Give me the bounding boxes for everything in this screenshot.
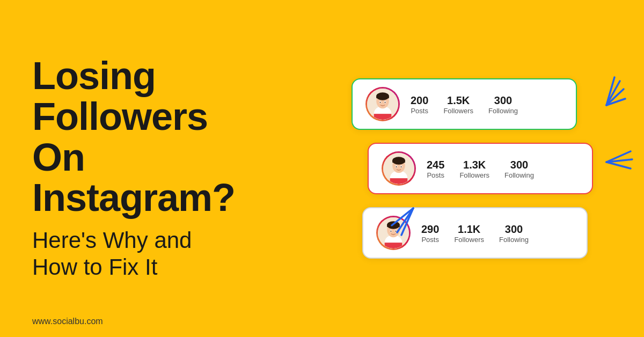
arrow-middle-right-decoration (601, 146, 639, 180)
arrow-top-right-decoration (585, 73, 628, 113)
card-3-stat-followers: 1.1K Followers (454, 223, 484, 244)
arrow-bottom-left-decoration (386, 203, 429, 243)
card-1-stat-followers: 1.5K Followers (443, 94, 473, 115)
subheadline: Here's Why and How to Fix It (32, 227, 268, 281)
avatar-1 (365, 87, 400, 121)
headline-line2: Followers On (32, 95, 208, 179)
svg-rect-19 (392, 160, 405, 163)
svg-point-22 (396, 166, 397, 167)
left-section: Losing Followers On Instagram? Here's Wh… (0, 34, 301, 302)
card-1-stat-posts: 200 Posts (411, 94, 428, 115)
svg-rect-9 (376, 96, 389, 98)
right-section: 200 Posts 1.5K Followers 300 Following (301, 62, 644, 275)
avatar-2 (382, 151, 416, 186)
card-2-stat-followers: 1.3K Followers (459, 158, 489, 179)
svg-rect-6 (374, 114, 392, 120)
svg-line-26 (606, 162, 631, 169)
svg-rect-16 (390, 178, 408, 184)
svg-point-12 (380, 101, 381, 103)
svg-point-13 (385, 101, 386, 103)
svg-rect-29 (385, 243, 402, 248)
headline: Losing Followers On Instagram? (32, 56, 268, 218)
card-3-stats: 290 Posts 1.1K Followers 300 Following (421, 223, 529, 244)
website-url: www.socialbu.com (32, 317, 103, 326)
profile-card-1: 200 Posts 1.5K Followers 300 Following (352, 78, 577, 130)
card-2-stats: 245 Posts 1.3K Followers 300 Following (427, 158, 534, 179)
main-container: Losing Followers On Instagram? Here's Wh… (0, 0, 644, 337)
card-2-stat-posts: 245 Posts (427, 158, 444, 179)
profile-card-2: 245 Posts 1.3K Followers 300 Following (368, 143, 593, 194)
card-1-stats: 200 Posts 1.5K Followers 300 Following (411, 94, 518, 115)
card-2-stat-following: 300 Following (504, 158, 534, 179)
card-3-stat-following: 300 Following (499, 223, 529, 244)
card-1-stat-following: 300 Following (488, 94, 518, 115)
svg-point-23 (401, 166, 402, 167)
headline-line1: Losing (32, 54, 156, 97)
headline-line3: Instagram? (32, 176, 235, 219)
subline2: How to Fix It (32, 254, 157, 280)
subline1: Here's Why and (32, 228, 192, 253)
